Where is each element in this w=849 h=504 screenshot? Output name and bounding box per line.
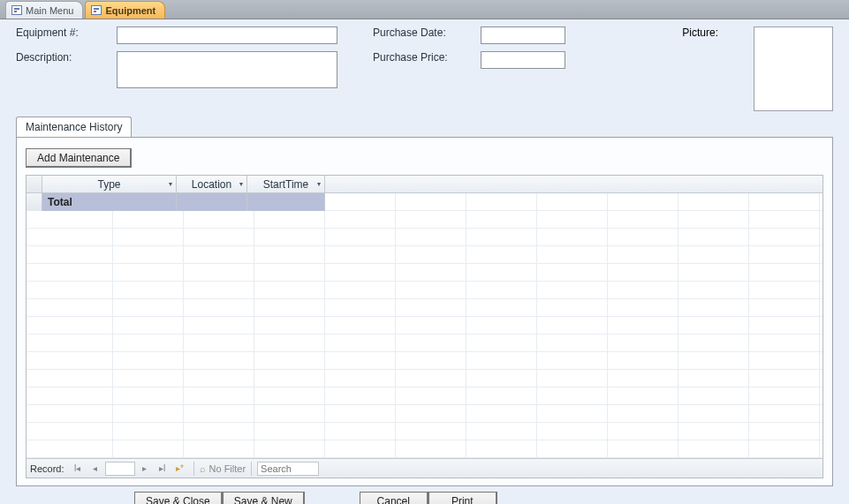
purchase-date-label: Purchase Date: bbox=[373, 26, 465, 39]
record-navigator: Record: I◂ ◂ ▸ ▸I ▸* ⌕ No Filter bbox=[27, 458, 822, 478]
maintenance-grid: Type ▾ Location ▾ StartTime ▾ bbox=[26, 175, 823, 478]
description-label: Description: bbox=[16, 51, 101, 64]
total-row: Total bbox=[27, 193, 822, 211]
description-input[interactable] bbox=[117, 51, 337, 88]
nav-first-icon[interactable]: I◂ bbox=[70, 462, 86, 476]
search-input[interactable] bbox=[257, 462, 319, 476]
total-cell-type: Total bbox=[42, 193, 177, 211]
separator bbox=[193, 462, 194, 476]
subtab-label: Maintenance History bbox=[26, 121, 122, 133]
equipment-no-label: Equipment #: bbox=[16, 26, 101, 39]
tab-label: Main Menu bbox=[26, 5, 73, 16]
save-new-button[interactable]: Save & New bbox=[223, 492, 305, 504]
total-cell-starttime bbox=[247, 193, 325, 211]
grid-body[interactable]: Total bbox=[27, 193, 822, 458]
picture-label: Picture: bbox=[682, 26, 718, 39]
row-selector[interactable] bbox=[27, 193, 42, 211]
document-tab-bar: Main Menu Equipment bbox=[0, 0, 849, 19]
purchase-price-input[interactable] bbox=[481, 51, 565, 69]
record-number-input[interactable] bbox=[105, 462, 135, 476]
filter-icon[interactable]: ⌕ bbox=[200, 463, 206, 474]
column-starttime[interactable]: StartTime ▾ bbox=[247, 176, 325, 192]
tab-equipment[interactable]: Equipment bbox=[85, 1, 165, 19]
column-location[interactable]: Location ▾ bbox=[177, 176, 247, 192]
column-type[interactable]: Type ▾ bbox=[42, 176, 177, 192]
total-cell-location bbox=[177, 193, 247, 211]
equipment-no-input[interactable] bbox=[117, 26, 337, 44]
save-close-button[interactable]: Save & Close bbox=[134, 492, 223, 504]
tab-maintenance-history[interactable]: Maintenance History bbox=[16, 117, 132, 137]
purchase-date-input[interactable] bbox=[481, 26, 565, 44]
tab-main-menu[interactable]: Main Menu bbox=[5, 1, 83, 19]
row-selector-header[interactable] bbox=[27, 176, 42, 192]
cancel-button[interactable]: Cancel bbox=[360, 492, 428, 504]
purchase-price-label: Purchase Price: bbox=[373, 51, 465, 64]
dropdown-icon[interactable]: ▾ bbox=[169, 180, 172, 188]
header-fields: Equipment #: Description: Purchase Date:… bbox=[16, 26, 833, 111]
grid-lines bbox=[27, 193, 822, 458]
dropdown-icon[interactable]: ▾ bbox=[239, 180, 243, 188]
nav-new-icon[interactable]: ▸* bbox=[172, 462, 188, 476]
maintenance-subtab: Maintenance History Add Maintenance Type… bbox=[16, 117, 833, 486]
dropdown-icon[interactable]: ▾ bbox=[317, 180, 321, 188]
tab-label: Equipment bbox=[105, 5, 155, 16]
grid-header: Type ▾ Location ▾ StartTime ▾ bbox=[27, 176, 822, 193]
equipment-form: Equipment #: Description: Purchase Date:… bbox=[0, 19, 849, 504]
add-maintenance-button[interactable]: Add Maintenance bbox=[26, 148, 132, 168]
picture-box[interactable] bbox=[754, 26, 833, 111]
nav-next-icon[interactable]: ▸ bbox=[137, 462, 153, 476]
form-icon bbox=[11, 5, 22, 15]
form-icon bbox=[91, 5, 102, 15]
nav-last-icon[interactable]: ▸I bbox=[155, 462, 171, 476]
no-filter-label: No Filter bbox=[209, 463, 246, 474]
separator bbox=[251, 462, 252, 476]
record-label: Record: bbox=[30, 463, 64, 474]
print-button[interactable]: Print bbox=[428, 492, 497, 504]
footer-buttons: Save & Close Save & New Cancel Print bbox=[16, 492, 833, 504]
nav-prev-icon[interactable]: ◂ bbox=[87, 462, 103, 476]
column-blank bbox=[325, 176, 822, 192]
